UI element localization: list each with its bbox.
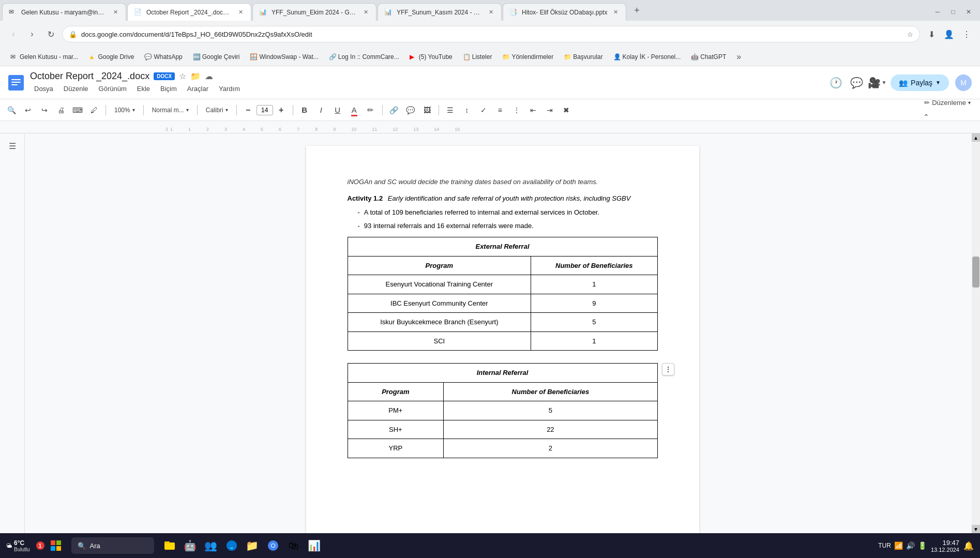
- linespacing-button[interactable]: ↕: [460, 103, 474, 117]
- tab-yffkasim[interactable]: 📊 YFF_Sunum_Kasım 2024 - Goo... ✕: [378, 3, 502, 21]
- indent-increase-button[interactable]: ⇥: [542, 103, 557, 117]
- bookmark-star-icon[interactable]: ☆: [907, 31, 913, 38]
- style-dropdown[interactable]: Normal m... ▾: [148, 104, 193, 116]
- bold-button[interactable]: B: [297, 103, 312, 117]
- scroll-up-button[interactable]: ▲: [972, 133, 980, 142]
- forward-button[interactable]: ›: [25, 27, 39, 41]
- notification-badge[interactable]: 1: [36, 541, 44, 550]
- comment-button[interactable]: 💬: [849, 76, 864, 90]
- gdocs-filename[interactable]: October Report _2024_.docx: [30, 71, 149, 82]
- menu-ekle[interactable]: Ekle: [133, 83, 154, 95]
- taskbar-app-folders[interactable]: 📁: [243, 536, 262, 555]
- numberedlist-button[interactable]: ⋮: [509, 103, 524, 117]
- start-button[interactable]: [47, 536, 65, 555]
- table-options-button[interactable]: ⋮: [662, 363, 674, 375]
- paint-format-button[interactable]: ⌨: [70, 103, 85, 117]
- bookmark-drive[interactable]: ▲ Google Drive: [84, 51, 138, 63]
- bookmark-gmail[interactable]: ✉ Gelen Kutusu - mar...: [6, 51, 82, 63]
- minimize-button[interactable]: ─: [930, 5, 945, 19]
- share-button[interactable]: 👥 Paylaş ▼: [891, 74, 949, 91]
- new-tab-button[interactable]: +: [629, 3, 644, 18]
- tab-close-yffkasim[interactable]: ✕: [487, 8, 495, 17]
- italic-button[interactable]: I: [314, 103, 328, 117]
- bookmark-basvurular[interactable]: 📁 Başvurular: [560, 51, 607, 63]
- address-bar[interactable]: 🔒 docs.google.com/document/d/1TeBpsJ_HO_…: [62, 26, 920, 42]
- download-button[interactable]: ⬇: [924, 27, 939, 41]
- taskbar-app-copilot[interactable]: 🤖: [181, 536, 200, 555]
- cloud-icon[interactable]: ☁: [205, 71, 213, 81]
- folder-icon[interactable]: 📁: [190, 71, 201, 81]
- bookmark-commcare[interactable]: 🔗 Log In :: CommCare...: [325, 51, 403, 63]
- wifi-icon[interactable]: 📶: [894, 541, 903, 550]
- bookmark-youtube[interactable]: ▶ (5) YouTube: [405, 51, 457, 63]
- clear-format-button[interactable]: ✖: [559, 103, 574, 117]
- notification-center-icon[interactable]: 🔔: [963, 541, 974, 551]
- redo-button[interactable]: ↪: [37, 103, 52, 117]
- font-dropdown[interactable]: Calibri ▾: [202, 104, 232, 116]
- font-size-input[interactable]: 14: [257, 105, 273, 115]
- taskbar-app-files[interactable]: [160, 536, 179, 555]
- menu-gorunum[interactable]: Görünüm: [95, 83, 131, 95]
- video-button[interactable]: 🎥 ▼: [870, 76, 884, 90]
- taskbar-app-store[interactable]: 🛍: [284, 536, 303, 555]
- taskbar-clock[interactable]: 19:47 13.12.2024: [931, 539, 959, 553]
- vertical-scrollbar[interactable]: ▲ ▼: [972, 133, 980, 533]
- menu-yardim[interactable]: Yardım: [215, 83, 244, 95]
- bookmark-whatsapp[interactable]: 💬 WhatsApp: [140, 51, 186, 63]
- scroll-thumb[interactable]: [972, 257, 979, 288]
- tab-close-gdocs[interactable]: ✕: [236, 8, 245, 17]
- tab-close-gmail[interactable]: ✕: [111, 8, 119, 17]
- bookmark-yonlendirmeler[interactable]: 📁 Yönlendirmeler: [498, 51, 557, 63]
- back-button[interactable]: ‹: [6, 27, 21, 41]
- print-button[interactable]: 🖨: [54, 103, 68, 117]
- font-color-button[interactable]: A: [347, 103, 361, 117]
- highlight-button[interactable]: ✏: [364, 103, 378, 117]
- checklist-button[interactable]: ✓: [476, 103, 491, 117]
- history-button[interactable]: 🕐: [828, 76, 843, 90]
- taskbar-search[interactable]: 🔍 Ara: [71, 537, 154, 554]
- maximize-button[interactable]: □: [946, 5, 960, 19]
- tab-yffekim[interactable]: 📊 YFF_Sunum_Ekim 2024 - Googl... ✕: [252, 3, 376, 21]
- taskbar-app-teams[interactable]: 👥: [202, 536, 220, 555]
- profile-button[interactable]: 👤: [942, 27, 956, 41]
- link-button[interactable]: 🔗: [387, 103, 401, 117]
- extensions-button[interactable]: ⋮: [959, 27, 974, 41]
- font-size-decrease-button[interactable]: −: [241, 103, 255, 117]
- taskbar-app-chrome[interactable]: [264, 536, 282, 555]
- bullets-button[interactable]: ≡: [493, 103, 507, 117]
- user-avatar[interactable]: M: [955, 74, 972, 91]
- tab-gdocs[interactable]: 📄 October Report _2024_.docx - (... ✕: [127, 3, 251, 21]
- battery-icon[interactable]: 🔋: [918, 541, 927, 550]
- tab-close-hitox[interactable]: ✕: [611, 8, 620, 17]
- editing-dropdown-button[interactable]: ✏ Düzenleme ▾: [919, 96, 976, 110]
- scroll-down-button[interactable]: ▼: [972, 525, 980, 533]
- tab-hitox[interactable]: 📑 Hitox- Elif Öksüz ODabaşı.pptx ✕: [503, 3, 626, 21]
- outline-toggle-button[interactable]: ☰: [4, 138, 21, 154]
- bookmark-windowswap[interactable]: 🪟 WindowSwap - Wat...: [246, 51, 322, 63]
- taskbar-app-powerpoint[interactable]: 📊: [305, 536, 324, 555]
- search-toolbar-button[interactable]: 🔍: [4, 103, 19, 117]
- undo-button[interactable]: ↩: [21, 103, 35, 117]
- font-size-increase-button[interactable]: +: [274, 103, 289, 117]
- align-button[interactable]: ☰: [443, 103, 458, 117]
- menu-bicim[interactable]: Biçim: [156, 83, 181, 95]
- image-button[interactable]: 🖼: [420, 103, 434, 117]
- tab-gmail[interactable]: ✉ Gelen Kutusu - maryam@inoga... ✕: [2, 3, 126, 21]
- underline-button[interactable]: U: [330, 103, 345, 117]
- zoom-dropdown[interactable]: 100% ▾: [110, 104, 139, 116]
- volume-icon[interactable]: 🔊: [906, 541, 915, 550]
- refresh-button[interactable]: ↻: [43, 27, 58, 41]
- taskbar-app-edge[interactable]: [222, 536, 241, 555]
- comment-inline-button[interactable]: 💬: [403, 103, 418, 117]
- close-button[interactable]: ✕: [961, 5, 976, 19]
- bookmark-listeler[interactable]: 📋 Listeler: [459, 51, 496, 63]
- paint-bucket-button[interactable]: 🖊: [87, 103, 101, 117]
- bookmark-translate[interactable]: 🔤 Google Çeviri: [189, 51, 244, 63]
- star-icon[interactable]: ☆: [179, 71, 186, 81]
- bookmark-kolayik[interactable]: 👤 Kolay İK - Personel...: [609, 51, 685, 63]
- tab-close-yffekim[interactable]: ✕: [361, 8, 370, 17]
- bookmark-more[interactable]: »: [732, 50, 745, 64]
- menu-dosya[interactable]: Dosya: [30, 83, 57, 95]
- indent-decrease-button[interactable]: ⇤: [526, 103, 540, 117]
- menu-araclar[interactable]: Araçlar: [183, 83, 213, 95]
